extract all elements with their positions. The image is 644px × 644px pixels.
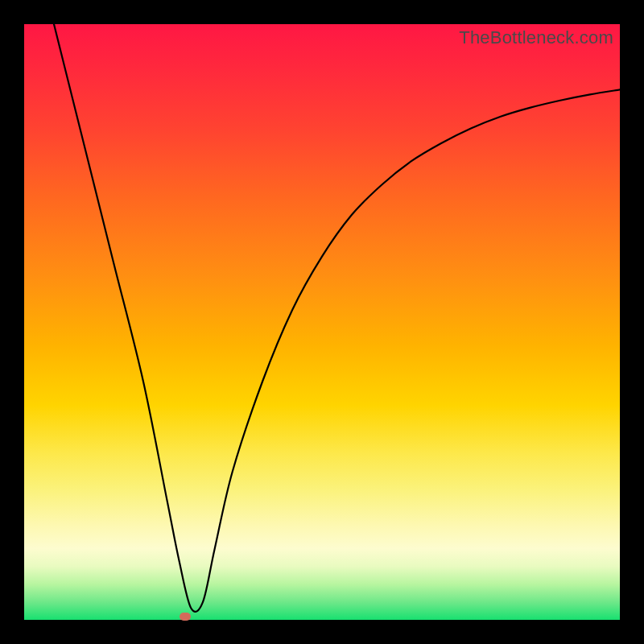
curve-path — [54, 24, 620, 612]
plot-area: TheBottleneck.com — [24, 24, 620, 620]
bottleneck-curve — [24, 24, 620, 620]
chart-frame: TheBottleneck.com — [0, 0, 644, 644]
optimum-marker — [180, 613, 191, 621]
